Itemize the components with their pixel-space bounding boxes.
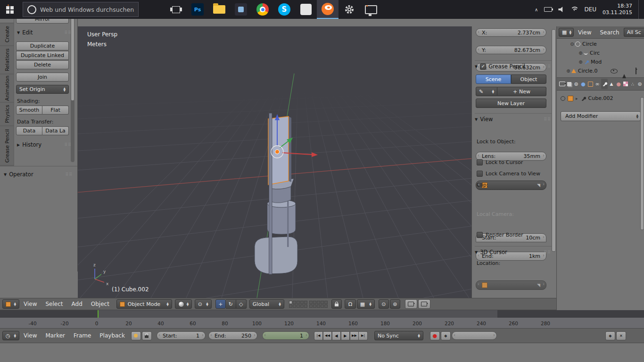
taskbar-app-explorer[interactable] (208, 0, 230, 19)
tab-constraints[interactable]: ∞ (594, 79, 601, 89)
outliner-menu-search[interactable]: Search (595, 29, 623, 36)
expand-icon[interactable]: ⊕ (565, 68, 571, 74)
outliner-menu-view[interactable]: View (574, 29, 595, 36)
opengl-render-anim-button[interactable] (418, 299, 430, 309)
taskbar-app-settings[interactable] (339, 0, 360, 19)
layers-widget[interactable] (289, 301, 328, 308)
visibility-eye-icon[interactable] (611, 69, 618, 74)
current-frame-field[interactable]: 1 (262, 331, 309, 340)
task-view-button[interactable] (165, 0, 187, 19)
tab-physics[interactable]: Physics (0, 103, 14, 125)
view-panel-header[interactable]: ▼ View ⠿⠿ (475, 113, 554, 123)
lock-camera-checkbox[interactable] (477, 171, 483, 177)
tab-create[interactable]: Create (0, 24, 14, 45)
expand-icon[interactable]: ⊕ (578, 59, 584, 65)
data-button[interactable]: Data (16, 126, 42, 135)
manipulator-scale-button[interactable]: ◇ (236, 299, 247, 309)
collapse-icon[interactable]: ⊖ (569, 41, 575, 47)
frame-end-field[interactable]: End:250 (208, 331, 257, 340)
tab-grease-pencil[interactable]: Grease Pencil (0, 126, 14, 165)
start-button[interactable] (0, 0, 23, 19)
transform-orientation-dropdown[interactable]: Global (249, 299, 284, 309)
jump-to-start-button[interactable]: |◀ (314, 331, 323, 340)
tab-object-data[interactable]: ▲ (608, 79, 615, 89)
operator-panel-header[interactable]: ▼ Operator ⠿⠿ (4, 171, 75, 178)
prev-keyframe-button[interactable]: ◀◀ (323, 331, 332, 340)
grease-pencil-checkbox[interactable]: ✓ (480, 64, 486, 70)
tray-expand-chevron-icon[interactable]: ∧ (535, 7, 538, 12)
add-menu[interactable]: Add (67, 301, 87, 307)
selectability-cursor-icon[interactable] (622, 68, 626, 74)
sync-dropdown[interactable]: No Sync (374, 331, 423, 340)
speaker-icon[interactable] (558, 7, 564, 13)
delete-keyframe-button[interactable]: ✕ (616, 331, 626, 340)
gp-new-layer-button[interactable]: New Layer (476, 99, 546, 108)
taskbar-app-photos[interactable] (230, 0, 252, 19)
flat-button[interactable]: Flat (42, 106, 69, 115)
set-origin-dropdown[interactable]: Set Origin (16, 85, 69, 94)
tab-particles[interactable]: ∴ (629, 79, 636, 89)
gp-new-button[interactable]: + New (497, 87, 546, 96)
viewport-3d[interactable]: z x y User Persp Meters (1) Cube.002 X:2… (78, 26, 556, 298)
outliner-item-modifiers[interactable]: ⊕ Mod (557, 58, 644, 66)
expand-icon[interactable]: ⊕ (578, 50, 584, 56)
lock-time-button[interactable] (142, 331, 152, 340)
lock-to-scene-button[interactable] (331, 299, 342, 309)
outliner-item-circ-data[interactable]: ⊕ Circ (557, 49, 644, 58)
duplicate-button[interactable]: Duplicate (16, 41, 69, 50)
keying-set-button[interactable]: ◆ (441, 331, 451, 340)
opengl-render-button[interactable] (405, 299, 417, 309)
grease-pencil-panel-header[interactable]: ▼ ✓ Grease Pencil ⠿⠿ (475, 60, 554, 70)
edit-panel-header[interactable]: ▼ Edit ⠿⠿ (17, 29, 74, 36)
mode-dropdown[interactable]: Object Mode (116, 299, 172, 309)
tab-relations[interactable]: Relations (0, 46, 14, 74)
next-keyframe-button[interactable]: ▶▶ (350, 331, 359, 340)
add-modifier-dropdown[interactable]: Add Modifier (561, 111, 641, 121)
editor-type-selector-outliner[interactable]: ▦ (559, 28, 574, 37)
tab-texture[interactable] (622, 79, 629, 89)
transform-y-field[interactable]: Y:82.673cm (476, 46, 546, 54)
tab-animation[interactable]: Animation (0, 74, 14, 102)
taskbar-app-chrome[interactable] (252, 0, 273, 19)
timeline-menu-frame[interactable]: Frame (69, 332, 95, 339)
renderability-camera-icon[interactable] (636, 68, 636, 74)
current-frame-indicator[interactable] (98, 310, 99, 318)
transform-x-field[interactable]: X:2.737cm (476, 28, 546, 37)
timeline-canvas[interactable]: -40 -20 0 20 40 60 80 100 120 140 160 18… (0, 310, 644, 328)
properties-scrollbar[interactable] (640, 97, 644, 230)
snap-toggle-button[interactable]: Ω (345, 299, 356, 309)
taskbar-search-box[interactable]: Web und Windows durchsuchen (23, 2, 139, 17)
smooth-button[interactable]: Smooth (16, 106, 42, 115)
taskbar-clock[interactable]: 18:37 03.11.2015 (603, 3, 632, 16)
viewport-shading-dropdown[interactable] (175, 299, 192, 309)
frame-start-field[interactable]: Start:1 (157, 331, 206, 340)
auto-keyframe-record-button[interactable]: ● (430, 331, 440, 340)
keyboard-language-indicator[interactable]: DEU (584, 6, 596, 13)
play-button[interactable]: ▶ (341, 331, 350, 340)
taskbar-app-display[interactable] (360, 0, 382, 19)
view-menu[interactable]: View (19, 301, 41, 307)
data-layout-button[interactable]: Data La (42, 126, 69, 135)
outliner-item-circle0[interactable]: ⊕ Circle.0 (557, 66, 644, 75)
manipulator-rotate-button[interactable]: ↻ (226, 299, 236, 309)
gp-scene-button[interactable]: Scene (476, 74, 511, 84)
active-keying-set-field[interactable] (452, 331, 497, 340)
render-border-checkbox[interactable] (477, 232, 483, 238)
pin-icon[interactable] (561, 96, 565, 101)
timeline-menu-playback[interactable]: Playback (95, 332, 129, 339)
gp-object-button[interactable]: Object (511, 74, 546, 84)
editor-type-selector-timeline[interactable]: ◷ (2, 331, 19, 340)
pivot-center-dropdown[interactable]: ⊙ (195, 299, 212, 309)
duplicate-linked-button[interactable]: Duplicate Linked (16, 51, 69, 60)
jump-to-end-button[interactable]: ▶| (359, 331, 368, 340)
gp-pencil-dropdown[interactable]: ✎ (476, 87, 497, 96)
timeline-menu-marker[interactable]: Marker (41, 332, 69, 339)
tab-physics[interactable]: ⊚ (636, 79, 643, 89)
tab-scene[interactable]: ⊚ (573, 79, 579, 89)
tab-render-layers[interactable] (566, 79, 572, 89)
history-panel-header[interactable]: ▶ History ⠿⠿ (17, 141, 74, 148)
taskbar-app-notes[interactable] (295, 0, 317, 19)
tool-shelf-scrollbar[interactable] (71, 2, 74, 162)
use-preview-range-button[interactable] (131, 331, 141, 340)
tab-modifiers[interactable] (601, 79, 608, 89)
